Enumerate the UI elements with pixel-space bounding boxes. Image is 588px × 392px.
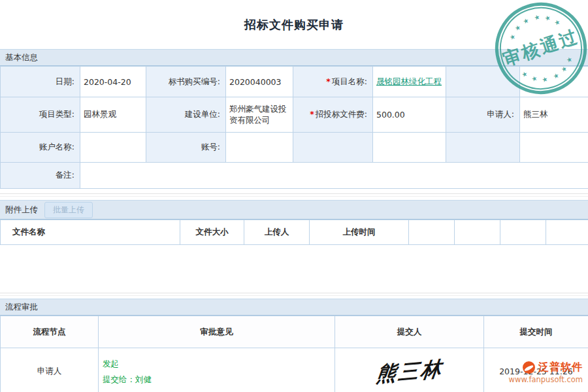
submitter-signature: 熊三林 — [374, 355, 444, 389]
attachments-table: 文件名称 文件大小 上传人 上传时间 — [0, 220, 588, 245]
attach-col-uploader: 上传人 — [244, 220, 310, 245]
build-unit-value: 郑州豪气建设投资有限公司 — [226, 97, 293, 133]
approval-col-opinion: 审批意见 — [99, 316, 335, 348]
build-unit-label: 建设单位: — [146, 97, 226, 133]
doc-fee-label-text: 招投标文件费: — [316, 109, 367, 119]
page-title: 招标文件购买申请 — [244, 17, 344, 33]
account-no-label: 账号: — [146, 133, 226, 163]
project-type-label: 项目类型: — [1, 97, 80, 133]
section-approval-title: 流程审批 — [5, 302, 38, 312]
attach-col-empty — [546, 220, 588, 245]
doc-fee-value: 500.00 — [373, 97, 446, 133]
approval-col-time: 提交时间 — [484, 316, 588, 348]
project-name-link[interactable]: 晟铭园林绿化工程 — [376, 76, 442, 86]
watermark-brand: 泛普软件 — [538, 361, 583, 374]
account-no-value — [226, 133, 293, 163]
approval-col-submitter: 提交人 — [335, 316, 484, 348]
approval-action: 发起 — [103, 356, 331, 372]
section-approval-header: 流程审批 — [0, 299, 588, 316]
required-mark: * — [310, 109, 314, 119]
project-type-value: 园林景观 — [80, 97, 146, 133]
remark-value — [80, 163, 588, 189]
applicant-value: 熊三林 — [520, 97, 588, 133]
attach-col-file-name: 文件名称 — [1, 220, 180, 245]
date-value: 2020-04-20 — [80, 67, 146, 97]
empty-value-cell — [520, 67, 588, 97]
bid-no-label: 标书购买编号: — [146, 67, 226, 97]
project-name-cell: 晟铭园林绿化工程 — [373, 67, 446, 97]
project-name-label: *项目名称: — [293, 67, 373, 97]
required-mark: * — [326, 76, 331, 86]
empty-label-cell — [446, 133, 520, 163]
attach-col-empty — [500, 220, 546, 245]
bid-no-value: 2020040003 — [226, 67, 293, 97]
watermark-url: www.fanpusoft.com — [509, 375, 583, 384]
attachments-empty-area — [0, 245, 588, 289]
date-label: 日期: — [1, 67, 80, 97]
project-name-label-text: 项目名称: — [332, 76, 367, 86]
section-separator — [0, 289, 588, 299]
approval-row: 申请人 发起 提交给：刘健 熊三林 2019-12-25 11:26 — [1, 348, 588, 392]
empty-value-cell — [373, 133, 446, 163]
empty-value-cell — [520, 133, 588, 163]
fanpu-logo-icon — [523, 361, 535, 374]
account-name-label: 账户名称: — [1, 133, 80, 163]
account-name-value — [80, 133, 146, 163]
section-separator — [0, 189, 588, 200]
section-basic-info-header: 基本信息 — [0, 49, 588, 66]
attach-col-upload-time: 上传时间 — [310, 220, 409, 245]
tender-document-purchase-form: 招标文件购买申请 审核通过 ★ ★ ★ ★ ★ ★ ★ ★ ★ ★ ★ ★ 基本… — [0, 0, 588, 392]
title-bar: 招标文件购买申请 — [0, 0, 588, 49]
basic-info-table: 日期: 2020-04-20 标书购买编号: 2020040003 *项目名称:… — [0, 66, 588, 189]
attach-col-empty — [409, 220, 455, 245]
approval-col-node: 流程节点 — [1, 316, 99, 348]
section-attachments-header: 附件上传 批量上传 — [0, 200, 588, 220]
empty-label-cell — [293, 133, 373, 163]
watermark-brand-row: 泛普软件 — [509, 361, 583, 374]
fanpu-watermark: 泛普软件 www.fanpusoft.com — [509, 361, 583, 384]
batch-upload-button[interactable]: 批量上传 — [44, 202, 93, 218]
approval-submitter-cell: 熊三林 — [335, 348, 484, 392]
approval-table: 流程节点 审批意见 提交人 提交时间 申请人 发起 提交给：刘健 熊三林 201… — [0, 316, 588, 392]
approval-node: 申请人 — [1, 348, 99, 392]
empty-label-cell — [446, 67, 520, 97]
approval-submit-to: 提交给：刘健 — [103, 372, 331, 387]
section-attachments-title: 附件上传 — [5, 204, 38, 216]
doc-fee-label: *招投标文件费: — [293, 97, 373, 133]
approval-opinion: 发起 提交给：刘健 — [99, 348, 335, 392]
applicant-label: 申请人: — [446, 97, 520, 133]
remark-label: 备注: — [1, 163, 80, 189]
attach-col-file-size: 文件大小 — [180, 220, 244, 245]
attach-col-empty — [455, 220, 500, 245]
section-basic-info-title: 基本信息 — [5, 52, 38, 62]
